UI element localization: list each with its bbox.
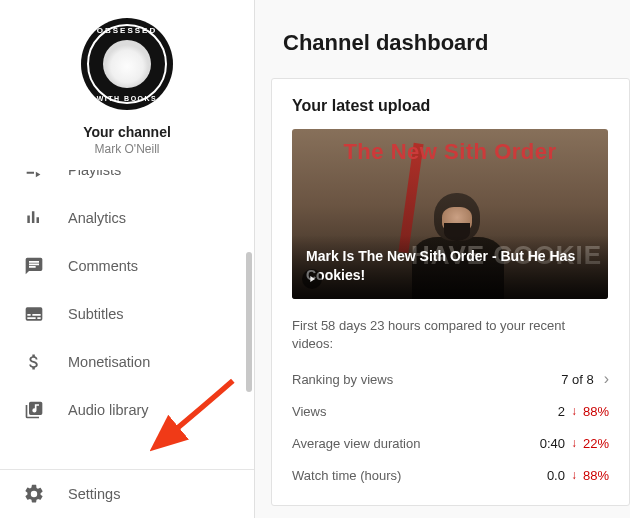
sidebar-item-settings[interactable]: Settings [0,470,254,518]
stat-value: 7 of 8 [561,372,594,387]
sidebar-item-label: Subtitles [68,306,124,322]
latest-upload-card: Your latest upload HAVE COOKIE The New S… [271,78,630,506]
sidebar: OBSESSED WITH BOOKS Your channel Mark O'… [0,0,255,518]
monetisation-icon [22,350,46,374]
sidebar-scrollbar[interactable] [246,252,252,392]
stat-row-watch-time: Watch time (hours) 0.0 ↓ 88% [292,459,609,491]
thumb-title-overlay: Mark Is The New Sith Order - But He Has … [292,235,608,299]
sidebar-item-label: Audio library [68,402,149,418]
stat-row-avg-duration: Average view duration 0:40 ↓ 22% [292,427,609,459]
main-content: Channel dashboard Your latest upload HAV… [255,0,630,518]
stat-row-ranking[interactable]: Ranking by views 7 of 8 › [292,363,609,395]
sidebar-nav: Playlists Analytics Comments [0,170,254,469]
chevron-right-icon: › [604,370,609,388]
sidebar-item-label: Comments [68,258,138,274]
channel-name: Mark O'Neill [95,142,160,156]
sidebar-item-label: Playlists [68,170,121,178]
sidebar-item-comments[interactable]: Comments [0,242,254,290]
card-heading: Your latest upload [292,97,609,115]
sidebar-item-label: Settings [68,486,120,502]
avatar-inner [103,40,151,88]
play-badge-icon [302,269,322,289]
sidebar-item-subtitles[interactable]: Subtitles [0,290,254,338]
avatar-bottom-text: WITH BOOKS [81,95,173,102]
analytics-icon [22,206,46,230]
down-arrow-icon: ↓ [571,436,577,450]
sidebar-item-playlists[interactable]: Playlists [0,170,254,194]
stat-delta: 22% [583,436,609,451]
stat-value: 0.0 [547,468,565,483]
stat-row-views: Views 2 ↓ 88% [292,395,609,427]
compare-text: First 58 days 23 hours compared to your … [292,317,609,353]
playlist-icon [22,170,46,182]
stat-value: 2 [558,404,565,419]
stat-delta: 88% [583,468,609,483]
stat-value: 0:40 [540,436,565,451]
video-thumbnail[interactable]: HAVE COOKIE The New Sith Order Mark Is T… [292,129,608,299]
stat-label: Watch time (hours) [292,468,401,483]
channel-block: OBSESSED WITH BOOKS Your channel Mark O'… [0,0,254,170]
sidebar-item-monetisation[interactable]: Monetisation [0,338,254,386]
sidebar-item-analytics[interactable]: Analytics [0,194,254,242]
stat-label: Ranking by views [292,372,393,387]
stat-label: Views [292,404,326,419]
comments-icon [22,254,46,278]
gear-icon [22,482,46,506]
subtitles-icon [22,302,46,326]
your-channel-label: Your channel [83,124,171,140]
thumb-banner-text: The New Sith Order [292,139,608,165]
sidebar-item-label: Monetisation [68,354,150,370]
sidebar-item-audio-library[interactable]: Audio library [0,386,254,434]
down-arrow-icon: ↓ [571,404,577,418]
sidebar-item-label: Analytics [68,210,126,226]
avatar[interactable]: OBSESSED WITH BOOKS [81,18,173,110]
down-arrow-icon: ↓ [571,468,577,482]
page-title: Channel dashboard [255,2,630,78]
stat-delta: 88% [583,404,609,419]
stat-label: Average view duration [292,436,420,451]
audio-library-icon [22,398,46,422]
